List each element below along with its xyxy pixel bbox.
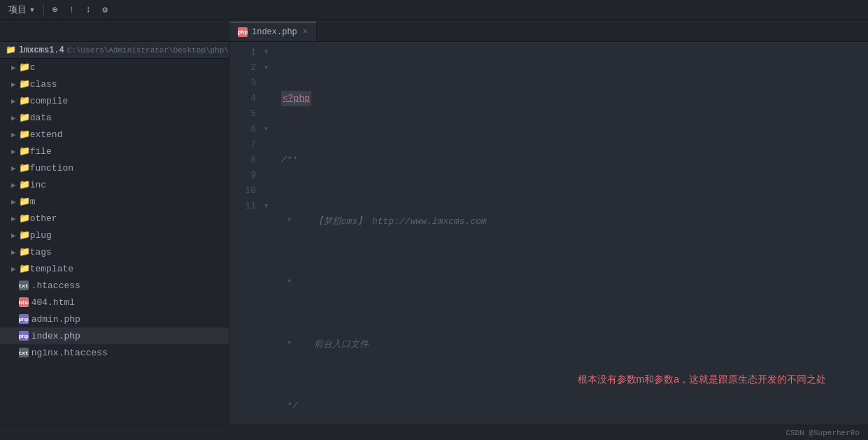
chevron-right-icon: ▶ [11, 80, 16, 89]
code-line-1: <?php [281, 91, 868, 106]
html-file-icon: htm [19, 297, 29, 307]
folder-label-other: other [30, 213, 57, 224]
folder-label-compile: compile [30, 96, 69, 106]
sidebar-item-inc[interactable]: ▶ 📁 inc [0, 176, 229, 193]
chevron-right-icon: ▶ [11, 97, 16, 106]
tab-close-button[interactable]: × [303, 27, 308, 37]
folder-icon-file: 📁 [19, 146, 30, 157]
php-open-tag: <?php [281, 91, 311, 106]
folder-icon-data: 📁 [19, 112, 30, 123]
sidebar-item-index[interactable]: ▶ php index.php [0, 327, 229, 344]
sidebar-item-template[interactable]: ▶ 📁 template [0, 260, 229, 277]
add-icon: ⊕ [52, 4, 58, 15]
sidebar-item-tags[interactable]: ▶ 📁 tags [0, 243, 229, 260]
spacer-icon: ▶ [11, 315, 16, 324]
folder-label-tags: tags [30, 247, 52, 257]
folder-icon-extend: 📁 [19, 129, 30, 140]
chevron-right-icon: ▶ [11, 113, 16, 122]
tab-index-php[interactable]: php index.php × [229, 22, 317, 41]
php-file-icon: php [238, 27, 248, 37]
comment-open: /** [281, 152, 297, 168]
sidebar-item-file[interactable]: ▶ 📁 file [0, 143, 229, 159]
sidebar-item-admin[interactable]: ▶ php admin.php [0, 311, 229, 327]
chevron-right-icon: ▶ [11, 164, 16, 173]
spacer-icon: ▶ [11, 348, 16, 357]
chevron-right-icon: ▶ [11, 197, 16, 206]
toolbar-add-icon[interactable]: ⊕ [50, 3, 61, 17]
toolbar-settings-icon[interactable]: ⚙ [99, 3, 111, 17]
file-label-404: 404.html [31, 297, 75, 308]
comment-cn-3: 【梦想cms】 [314, 214, 367, 229]
gear-icon: ⚙ [102, 4, 108, 15]
code-line-5: * 前台入口文件 [281, 337, 868, 353]
code-line-4: * [281, 276, 868, 291]
sidebar-item-404[interactable]: ▶ htm 404.html [0, 294, 229, 311]
folder-label-inc: inc [30, 180, 46, 190]
up-icon: ↑ [69, 4, 75, 15]
status-bar: CSDN @SuperherRo [0, 425, 868, 440]
sidebar-item-data[interactable]: ▶ 📁 data [0, 109, 229, 126]
chevron-right-icon: ▶ [11, 264, 16, 274]
fold-11[interactable]: ▼ [264, 199, 276, 214]
toolbar-project-label: 项目 [8, 3, 27, 16]
toolbar-up-icon[interactable]: ↑ [66, 3, 78, 16]
project-header: 📁 lmxcms1.4 C:\Users\Administrator\Deskt… [0, 42, 229, 59]
folder-label-data: data [30, 113, 52, 123]
main-area: 📁 lmxcms1.4 C:\Users\Administrator\Deskt… [0, 42, 868, 425]
spacer-icon: ▶ [11, 281, 16, 290]
comment-url-3: http://www.lmxcms.com [367, 214, 487, 229]
folder-icon-c: 📁 [19, 62, 30, 73]
code-content: <?php /** * 【梦想cms】 http://www.lmxcms.co… [276, 45, 868, 425]
sidebar-item-htaccess[interactable]: ▶ txt .htaccess [0, 277, 229, 294]
sidebar-item-extend[interactable]: ▶ 📁 extend [0, 126, 229, 143]
toolbar-project[interactable]: 项目 ▾ [6, 2, 38, 17]
toolbar-separator [43, 4, 44, 15]
comment-star-4: * [281, 276, 292, 291]
folder-icon-plug: 📁 [19, 229, 30, 241]
sidebar-item-other[interactable]: ▶ 📁 other [0, 210, 229, 227]
spacer-icon: ▶ [11, 332, 16, 341]
file-label-admin: admin.php [31, 314, 80, 325]
folder-icon-function: 📁 [19, 162, 30, 173]
folder-label-template: template [30, 264, 73, 274]
code-editor[interactable]: 1 2 3 4 5 6 7 8 9 10 11 ▼ ▼ ▼ [229, 42, 868, 425]
fold-2[interactable]: ▼ [264, 60, 276, 76]
chevron-right-icon: ▶ [11, 231, 16, 240]
sidebar-item-function[interactable]: ▶ 📁 function [0, 159, 229, 176]
folder-icon-compile: 📁 [19, 95, 30, 106]
file-label-index: index.php [31, 331, 80, 341]
tab-bar: php index.php × [0, 20, 868, 42]
toolbar-dropdown-icon: ▾ [29, 4, 35, 15]
project-name: lmxcms1.4 [19, 45, 64, 55]
chevron-right-icon: ▶ [11, 130, 16, 139]
folder-icon-inc: 📁 [19, 179, 30, 190]
code-line-2: /** [281, 152, 868, 168]
toolbar-swap-icon[interactable]: ↕ [83, 3, 94, 16]
project-folder-icon: 📁 [6, 45, 16, 55]
tab-label: index.php [252, 27, 297, 37]
file-label-htaccess: .htaccess [31, 281, 80, 291]
spacer-icon: ▶ [11, 298, 16, 307]
sidebar-item-compile[interactable]: ▶ 📁 compile [0, 92, 229, 109]
comment-cn-5: 前台入口文件 [314, 337, 369, 353]
credit-text: CSDN @SuperherRo [785, 429, 860, 437]
fold-6[interactable]: ▼ [264, 122, 276, 137]
folder-label-extend: extend [30, 129, 63, 140]
sidebar-item-class[interactable]: ▶ 📁 class [0, 76, 229, 92]
code-line-6: */ [281, 399, 868, 414]
sidebar-item-nginx[interactable]: ▶ txt nginx.htaccess [0, 344, 229, 361]
sidebar: 📁 lmxcms1.4 C:\Users\Administrator\Deskt… [0, 42, 229, 425]
fold-1[interactable]: ▼ [264, 45, 276, 60]
folder-label-class: class [30, 79, 57, 90]
sidebar-item-plug[interactable]: ▶ 📁 plug [0, 227, 229, 243]
folder-icon-class: 📁 [19, 78, 30, 90]
folder-icon-other: 📁 [19, 213, 30, 224]
project-path: C:\Users\Administrator\Desktop\php\ [67, 46, 229, 55]
folder-label-c: c [30, 62, 36, 73]
code-line-3: * 【梦想cms】 http://www.lmxcms.com [281, 214, 868, 229]
comment-close-6: */ [281, 399, 297, 414]
sidebar-item-m[interactable]: ▶ 📁 m [0, 193, 229, 210]
comment-star-5: * [281, 337, 314, 353]
sidebar-item-c[interactable]: ▶ 📁 c [0, 59, 229, 76]
folder-label-m: m [30, 197, 36, 207]
